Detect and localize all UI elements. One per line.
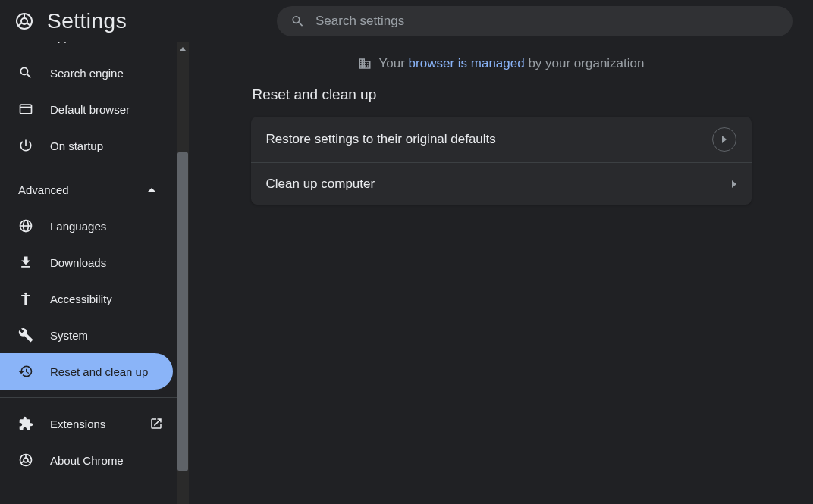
scrollbar-up-button[interactable] bbox=[177, 42, 189, 55]
sidebar-item-downloads[interactable]: Downloads bbox=[0, 244, 177, 280]
sidebar-item-search-engine[interactable]: Search engine bbox=[0, 55, 177, 91]
managed-link[interactable]: browser is managed bbox=[409, 56, 525, 70]
external-link-icon bbox=[149, 417, 163, 430]
sidebar-item-about[interactable]: About Chrome bbox=[0, 442, 177, 478]
main-content: Your browser is managed by your organiza… bbox=[189, 42, 813, 504]
globe-icon bbox=[18, 218, 33, 233]
app-header: Settings bbox=[0, 0, 813, 42]
chevron-up-icon bbox=[148, 188, 155, 192]
restore-icon bbox=[18, 364, 33, 379]
sidebar-advanced-toggle[interactable]: Advanced bbox=[0, 171, 177, 208]
svg-rect-2 bbox=[20, 105, 32, 114]
sidebar-item-on-startup[interactable]: On startup bbox=[0, 127, 177, 164]
managed-prefix: Your bbox=[379, 56, 409, 70]
managed-text: Your browser is managed by your organiza… bbox=[379, 56, 645, 71]
svg-point-9 bbox=[24, 458, 28, 462]
sidebar-item-system[interactable]: System bbox=[0, 317, 177, 353]
sidebar-divider bbox=[0, 397, 177, 398]
sidebar-item-label: Accessibility bbox=[50, 293, 177, 305]
download-icon bbox=[18, 255, 33, 270]
search-container[interactable] bbox=[277, 6, 793, 36]
puzzle-icon bbox=[18, 416, 33, 431]
wrench-icon bbox=[18, 327, 33, 343]
browser-icon bbox=[18, 102, 33, 117]
search-icon bbox=[290, 14, 305, 29]
header-left: Settings bbox=[0, 9, 277, 33]
sidebar-item-label: Downloads bbox=[50, 256, 177, 269]
section-title: Reset and clean up bbox=[251, 86, 752, 103]
sidebar-item-label: About Chrome bbox=[50, 454, 177, 467]
advanced-label: Advanced bbox=[18, 183, 69, 196]
row-label: Restore settings to their original defau… bbox=[266, 132, 496, 147]
managed-suffix: by your organization bbox=[525, 56, 645, 70]
palette-icon bbox=[18, 42, 33, 44]
scrollbar-thumb[interactable] bbox=[177, 152, 188, 471]
sidebar-item-languages[interactable]: Languages bbox=[0, 208, 177, 244]
arrow-circle-icon bbox=[712, 127, 736, 152]
search-input[interactable] bbox=[315, 14, 779, 29]
arrow-up-icon bbox=[180, 47, 186, 51]
sidebar-item-label: Search engine bbox=[50, 67, 177, 80]
sidebar-item-label: Appearance bbox=[50, 42, 177, 43]
sidebar-item-default-browser[interactable]: Default browser bbox=[0, 91, 177, 127]
svg-point-7 bbox=[24, 293, 27, 295]
briefcase-icon bbox=[358, 57, 372, 70]
sidebar: Appearance Search engine Default browser… bbox=[0, 42, 189, 504]
clean-up-computer-row[interactable]: Clean up computer bbox=[251, 162, 752, 205]
sidebar-scrollbar[interactable] bbox=[177, 42, 189, 504]
sidebar-item-label: System bbox=[50, 329, 177, 342]
power-icon bbox=[18, 138, 33, 153]
accessibility-icon bbox=[18, 291, 33, 306]
row-label: Clean up computer bbox=[266, 177, 375, 192]
chrome-icon bbox=[18, 452, 33, 468]
sidebar-item-accessibility[interactable]: Accessibility bbox=[0, 280, 177, 317]
sidebar-item-label: Languages bbox=[50, 220, 177, 233]
chrome-icon bbox=[15, 12, 33, 30]
restore-settings-row[interactable]: Restore settings to their original defau… bbox=[251, 117, 752, 162]
sidebar-item-label: Default browser bbox=[50, 103, 177, 116]
arrow-right-icon bbox=[722, 136, 727, 143]
arrow-right-icon bbox=[732, 180, 736, 188]
sidebar-item-extensions[interactable]: Extensions bbox=[0, 405, 177, 442]
sidebar-item-label: Extensions bbox=[50, 418, 149, 430]
sidebar-item-appearance[interactable]: Appearance bbox=[0, 42, 177, 55]
managed-notice: Your browser is managed by your organiza… bbox=[189, 56, 813, 71]
sidebar-item-reset[interactable]: Reset and clean up bbox=[0, 353, 173, 390]
sidebar-item-label: Reset and clean up bbox=[50, 365, 173, 378]
settings-card: Restore settings to their original defau… bbox=[251, 117, 752, 205]
sidebar-item-label: On startup bbox=[50, 139, 177, 152]
search-icon bbox=[18, 65, 33, 80]
page-title: Settings bbox=[47, 9, 127, 33]
